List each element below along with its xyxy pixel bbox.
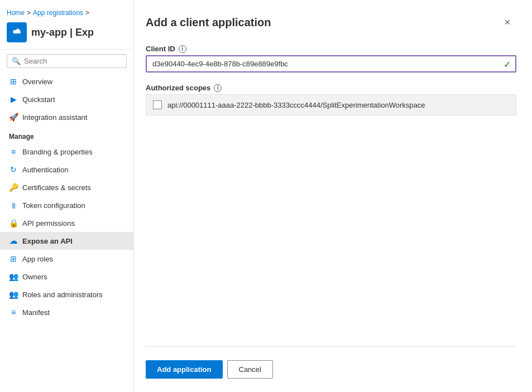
- sidebar-label-certificates: Certificates & secrets: [22, 183, 91, 192]
- authorized-scopes-section: Authorized scopes i api://00001111-aaaa-…: [146, 84, 516, 115]
- client-id-section: Client ID i ✓: [146, 45, 516, 84]
- integration-icon: 🚀: [9, 113, 18, 122]
- authorized-scopes-label: Authorized scopes i: [146, 84, 516, 92]
- check-icon: ✓: [504, 59, 511, 69]
- roles-admin-icon: 👥: [9, 290, 18, 299]
- search-input[interactable]: [24, 57, 122, 65]
- quickstart-icon: ▶: [9, 95, 18, 104]
- scope-text: api://00001111-aaaa-2222-bbbb-3333cccc44…: [167, 101, 425, 109]
- app-title-row: my-app | Exp: [7, 19, 127, 47]
- scope-checkbox[interactable]: [153, 100, 162, 109]
- client-id-input[interactable]: [146, 55, 516, 72]
- sidebar-label-owners: Owners: [22, 273, 47, 281]
- sidebar-item-authentication[interactable]: ↻ Authentication: [0, 161, 133, 178]
- sidebar-label-api-permissions: API permissions: [22, 219, 75, 228]
- sidebar-item-owners[interactable]: 👥 Owners: [0, 268, 133, 285]
- main-content: Add a client application × Client ID i ✓…: [134, 0, 532, 392]
- app-name-group: my-app | Exp: [31, 27, 94, 38]
- sidebar-label-app-roles: App roles: [22, 255, 53, 263]
- search-box[interactable]: 🔍: [7, 54, 127, 68]
- modal-overlay: Add a client application × Client ID i ✓…: [134, 0, 532, 392]
- sidebar-label-overview: Overview: [22, 78, 52, 86]
- sidebar-item-token[interactable]: ||| Token configuration: [0, 196, 133, 214]
- modal-title: Add a client application: [146, 16, 271, 29]
- search-icon: 🔍: [12, 57, 21, 65]
- sidebar-label-integration: Integration assistant: [22, 113, 87, 122]
- sidebar-label-expose-api: Expose an API: [22, 237, 73, 245]
- nav-top: ⊞ Overview ▶ Quickstart 🚀 Integration as…: [0, 72, 133, 126]
- breadcrumb-app-registrations[interactable]: App registrations: [33, 9, 83, 17]
- expose-api-icon: ☁: [9, 236, 18, 245]
- sidebar-item-quickstart[interactable]: ▶ Quickstart: [0, 90, 133, 108]
- cancel-button[interactable]: Cancel: [227, 360, 273, 379]
- app-roles-icon: ⊞: [9, 254, 18, 263]
- sidebar-label-token: Token configuration: [22, 201, 85, 210]
- api-permissions-icon: 🔒: [9, 219, 18, 228]
- breadcrumb-sep2: >: [85, 9, 89, 17]
- client-id-label: Client ID i: [146, 45, 516, 53]
- sidebar-label-manifest: Manifest: [22, 308, 50, 317]
- sidebar-item-certificates[interactable]: 🔑 Certificates & secrets: [0, 178, 133, 196]
- sidebar-label-branding: Branding & properties: [22, 148, 93, 156]
- sidebar-item-expose-api[interactable]: ☁ Expose an API: [0, 232, 133, 250]
- cloud-icon: [11, 26, 23, 38]
- app-icon: [7, 22, 27, 42]
- sidebar-label-authentication: Authentication: [22, 166, 68, 174]
- sidebar-item-integration[interactable]: 🚀 Integration assistant: [0, 108, 133, 126]
- owners-icon: 👥: [9, 272, 18, 281]
- sidebar-label-roles-admin: Roles and administrators: [22, 291, 103, 299]
- nav-manage: ≡ Branding & properties ↻ Authentication…: [0, 143, 133, 321]
- breadcrumb-sep1: >: [27, 9, 31, 17]
- token-icon: |||: [9, 201, 18, 210]
- sidebar-item-roles-admin[interactable]: 👥 Roles and administrators: [0, 285, 133, 303]
- sidebar-item-app-roles[interactable]: ⊞ App roles: [0, 250, 133, 268]
- client-id-input-wrapper: ✓: [146, 55, 516, 72]
- manifest-icon: ≡: [9, 308, 18, 317]
- certificates-icon: 🔑: [9, 183, 18, 192]
- scope-item: api://00001111-aaaa-2222-bbbb-3333cccc44…: [146, 94, 516, 115]
- authentication-icon: ↻: [9, 165, 18, 174]
- sidebar-header: Home > App registrations > my-app | Exp: [0, 0, 133, 50]
- add-application-button[interactable]: Add application: [146, 360, 223, 379]
- branding-icon: ≡: [9, 147, 18, 156]
- breadcrumb: Home > App registrations >: [7, 4, 127, 19]
- manage-section-label: Manage: [0, 126, 133, 143]
- app-name: my-app | Exp: [31, 27, 94, 38]
- authorized-scopes-info-icon[interactable]: i: [214, 84, 222, 92]
- modal-panel: Add a client application × Client ID i ✓…: [134, 0, 532, 392]
- sidebar-item-manifest[interactable]: ≡ Manifest: [0, 303, 133, 321]
- overview-icon: ⊞: [9, 77, 18, 86]
- sidebar-item-api-permissions[interactable]: 🔒 API permissions: [0, 214, 133, 232]
- breadcrumb-home[interactable]: Home: [7, 9, 25, 17]
- sidebar-label-quickstart: Quickstart: [22, 95, 55, 104]
- sidebar-item-branding[interactable]: ≡ Branding & properties: [0, 143, 133, 161]
- sidebar-item-overview[interactable]: ⊞ Overview: [0, 72, 133, 90]
- modal-header: Add a client application ×: [146, 13, 516, 31]
- modal-footer: Add application Cancel: [146, 346, 516, 379]
- sidebar: Home > App registrations > my-app | Exp …: [0, 0, 134, 392]
- client-id-info-icon[interactable]: i: [179, 45, 186, 53]
- close-button[interactable]: ×: [499, 13, 516, 31]
